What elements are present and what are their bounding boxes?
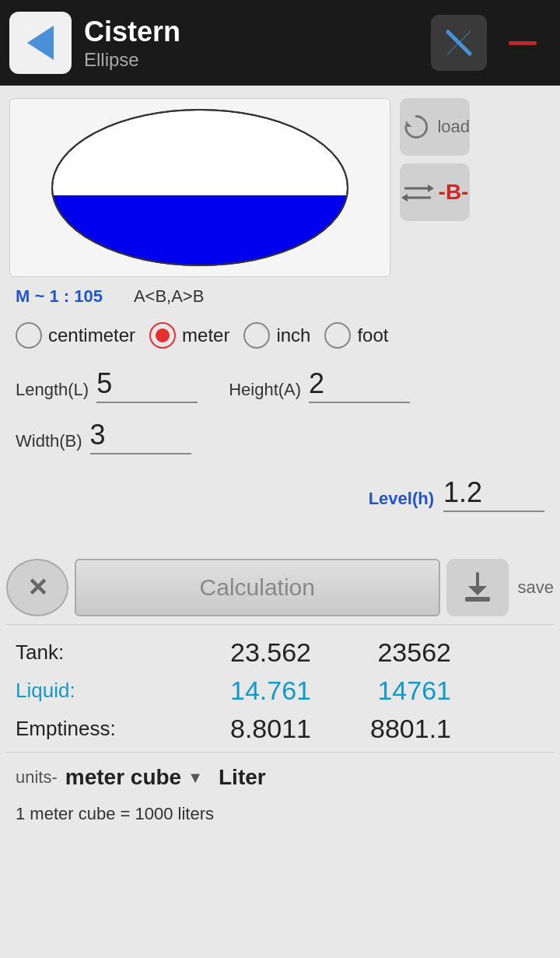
svg-rect-2 <box>509 41 537 45</box>
diagonal-icon <box>442 26 476 60</box>
level-row: Level(h) <box>0 476 560 520</box>
scale-text: M ~ 1 : 105 <box>16 286 103 307</box>
radio-inner-inch <box>250 328 264 342</box>
liquid-label: Liquid: <box>16 679 156 703</box>
emptiness-label: Emptiness: <box>16 717 156 741</box>
liquid-row: Liquid: 14.761 14761 <box>16 676 544 706</box>
refresh-icon <box>400 110 432 144</box>
conversion-note: 1 meter cube = 1000 liters <box>0 798 560 840</box>
input-section: Length(L) Height(A) Width(B) <box>0 361 560 476</box>
length-label: Length(L) <box>16 380 89 400</box>
radio-inner-meter <box>156 328 170 342</box>
emptiness-row: Emptiness: 8.8011 8801.1 <box>16 714 544 744</box>
conversion-text: 1 meter cube = 1000 liters <box>16 804 214 823</box>
svg-marker-7 <box>406 121 412 127</box>
unit-radio-row: centimeter meter inch foot <box>0 316 560 361</box>
radio-meter[interactable]: meter <box>149 322 229 349</box>
clear-button[interactable]: ✕ <box>6 559 68 616</box>
radio-label-meter: meter <box>182 325 229 346</box>
length-height-row: Length(L) Height(A) <box>16 367 544 403</box>
results-section: Tank: 23.562 23562 Liquid: 14.761 14761 … <box>0 625 560 744</box>
radio-label-centimeter: centimeter <box>48 325 135 346</box>
spacer <box>0 520 560 551</box>
b-label: -B- <box>439 180 469 205</box>
header: Cistern Ellipse <box>0 0 560 86</box>
width-group: Width(B) <box>16 419 191 454</box>
calculation-label: Calculation <box>200 574 315 601</box>
tank-val2: 23562 <box>311 637 451 668</box>
width-label: Width(B) <box>16 431 82 451</box>
radio-foot[interactable]: foot <box>324 322 388 349</box>
radio-outer-centimeter <box>16 322 42 349</box>
radio-centimeter[interactable]: centimeter <box>16 322 135 349</box>
unit-name: meter cube <box>65 765 181 790</box>
calculation-button[interactable]: Calculation <box>75 559 440 616</box>
dropdown-arrow-icon: ▼ <box>187 769 203 787</box>
diagonal-button[interactable] <box>431 15 487 71</box>
radio-label-inch: inch <box>276 325 310 346</box>
radio-inner-centimeter <box>22 328 36 342</box>
length-input[interactable] <box>96 367 198 403</box>
width-input[interactable] <box>90 419 191 454</box>
load-button[interactable]: load <box>400 98 470 156</box>
svg-rect-5 <box>52 195 348 265</box>
units-prefix: units- <box>16 767 58 788</box>
units-dropdown[interactable]: meter cube ▼ <box>65 765 203 790</box>
tank-row: Tank: 23.562 23562 <box>16 637 544 668</box>
svg-rect-12 <box>465 597 490 602</box>
tank-label: Tank: <box>16 640 156 665</box>
minus-button[interactable] <box>495 15 551 71</box>
radio-outer-foot <box>324 322 351 349</box>
clear-icon: ✕ <box>27 573 48 602</box>
width-row: Width(B) <box>16 419 544 454</box>
app-title: Cistern <box>84 15 418 48</box>
radio-inner-foot <box>331 328 345 342</box>
save-button-area[interactable] <box>446 559 509 616</box>
shape-right-panel: load -B- <box>400 98 551 221</box>
header-right-buttons <box>431 15 551 71</box>
height-group: Height(A) <box>229 367 410 403</box>
liter-label: Liter <box>219 765 266 790</box>
download-icon <box>464 570 492 605</box>
svg-marker-11 <box>401 194 408 202</box>
emptiness-val2: 8801.1 <box>311 714 451 744</box>
svg-marker-9 <box>428 184 434 192</box>
main-content: load -B- M ~ 1 : 105 A<B,A>B cent <box>0 86 560 840</box>
level-input[interactable] <box>443 476 544 512</box>
save-label: save <box>518 577 554 598</box>
calculation-row: ✕ Calculation save <box>0 551 560 624</box>
level-label: Level(h) <box>369 489 434 509</box>
shape-row: load -B- <box>0 86 560 283</box>
back-button[interactable] <box>9 12 72 74</box>
height-label: Height(A) <box>229 380 301 400</box>
back-arrow-icon <box>27 26 54 60</box>
radio-outer-meter <box>149 322 176 349</box>
minus-icon <box>506 35 540 51</box>
ab-note: A<B,A>B <box>134 286 205 307</box>
tank-val1: 23.562 <box>156 637 311 668</box>
liquid-val1: 14.761 <box>156 676 311 706</box>
app-subtitle: Ellipse <box>84 49 418 71</box>
length-group: Length(L) <box>16 367 198 403</box>
units-row: units- meter cube ▼ Liter <box>0 753 560 798</box>
radio-outer-inch <box>243 322 270 349</box>
emptiness-val1: 8.8011 <box>156 714 311 744</box>
header-text: Cistern Ellipse <box>84 15 418 70</box>
height-input[interactable] <box>309 367 410 403</box>
radio-label-foot: foot <box>357 325 388 346</box>
shape-container <box>9 98 390 277</box>
load-label: load <box>437 117 470 137</box>
swap-icon <box>401 181 434 204</box>
radio-inch[interactable]: inch <box>243 322 310 349</box>
scale-row: M ~ 1 : 105 A<B,A>B <box>0 283 560 316</box>
b-button[interactable]: -B- <box>400 163 470 221</box>
liquid-val2: 14761 <box>311 676 451 706</box>
ellipse-svg <box>44 106 355 269</box>
svg-marker-14 <box>468 586 487 595</box>
